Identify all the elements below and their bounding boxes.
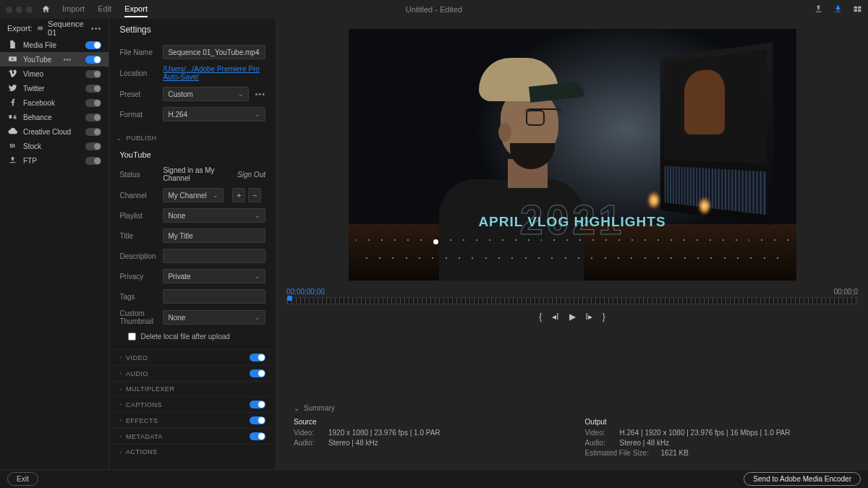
- share-icon[interactable]: [814, 4, 823, 15]
- destinations-panel: Export: Sequence 01 ••• Media FileYouTub…: [0, 19, 109, 469]
- accordion-toggle[interactable]: [250, 401, 265, 408]
- destination-toggle[interactable]: [85, 56, 101, 64]
- timecode-right: 00;00;0: [834, 288, 858, 296]
- destination-label: Creative Cloud: [23, 128, 71, 136]
- playlist-select[interactable]: None⌄: [163, 208, 265, 223]
- destination-toggle[interactable]: [85, 70, 101, 78]
- workspaces-icon[interactable]: [853, 4, 862, 15]
- channel-add-button[interactable]: +: [232, 188, 245, 202]
- step-back-icon[interactable]: ◂I: [552, 312, 558, 322]
- chevron-down-icon: ⌄: [294, 404, 299, 412]
- exit-button[interactable]: Exit: [7, 472, 38, 486]
- accordion-audio[interactable]: ›AUDIO: [109, 365, 276, 381]
- delete-local-checkbox[interactable]: Delete local file after upload: [109, 328, 276, 345]
- channel-label: Channel: [119, 192, 157, 200]
- destination-label: YouTube: [23, 56, 51, 64]
- destination-facebook[interactable]: Facebook: [0, 95, 109, 110]
- window-controls[interactable]: [6, 7, 33, 13]
- destination-toggle[interactable]: [85, 128, 101, 136]
- accordion-video[interactable]: ›VIDEO: [109, 349, 276, 365]
- timeline-scrubber[interactable]: [286, 297, 858, 304]
- description-label: Description: [119, 252, 157, 260]
- home-icon[interactable]: [41, 4, 51, 15]
- summary-source: Source Video:1920 x 1080 | 23.976 fps | …: [294, 418, 441, 459]
- send-to-encoder-button[interactable]: Send to Adobe Media Encoder: [744, 472, 861, 486]
- destination-toggle[interactable]: [85, 41, 101, 49]
- chevron-right-icon: ›: [119, 354, 122, 361]
- workspace-tabs: Import Edit Export: [62, 1, 148, 17]
- format-select[interactable]: H.264⌄: [163, 107, 265, 121]
- destination-toggle[interactable]: [85, 99, 101, 107]
- accordion-toggle[interactable]: [250, 416, 265, 424]
- destination-creative-cloud[interactable]: Creative Cloud: [0, 124, 109, 139]
- preset-select[interactable]: Custom⌄: [163, 87, 249, 101]
- privacy-label: Privacy: [119, 273, 157, 281]
- file-name-label: File Name: [119, 48, 157, 56]
- overlay-title: APRIL VLOG HIGHLIGHTS: [478, 214, 665, 230]
- privacy-select[interactable]: Private⌄: [163, 269, 265, 283]
- playlist-label: Playlist: [119, 212, 157, 220]
- tab-import[interactable]: Import: [62, 1, 85, 17]
- preview-panel: 2021 APRIL VLOG HIGHLIGHTS 00;00;00;00 0…: [276, 19, 868, 469]
- destination-label: Behance: [23, 114, 51, 121]
- destination-toggle[interactable]: [85, 142, 101, 150]
- chevron-right-icon: ›: [119, 401, 122, 408]
- thumbnail-select[interactable]: None⌄: [163, 310, 265, 325]
- channel-remove-button[interactable]: −: [248, 188, 261, 202]
- preset-options-icon[interactable]: •••: [255, 90, 265, 98]
- destination-toggle[interactable]: [85, 85, 101, 93]
- tags-label: Tags: [119, 293, 157, 301]
- facebook-icon: [7, 98, 17, 108]
- go-to-out-icon[interactable]: }: [603, 312, 605, 322]
- destination-toggle[interactable]: [85, 157, 101, 165]
- summary-toggle[interactable]: ⌄ Summary: [294, 404, 851, 412]
- top-bar: Import Edit Export Untitled - Edited: [0, 0, 868, 19]
- description-input[interactable]: [163, 249, 265, 263]
- destination-vimeo[interactable]: Vimeo: [0, 67, 109, 81]
- export-options-icon[interactable]: •••: [91, 24, 102, 33]
- status-value: Signed in as My Channel: [163, 166, 231, 182]
- destination-label: Stock: [23, 142, 41, 150]
- destination-stock[interactable]: StStock: [0, 139, 109, 153]
- channel-select[interactable]: My Channel⌄: [163, 188, 224, 202]
- chevron-right-icon: ›: [119, 386, 122, 393]
- destination-toggle[interactable]: [85, 114, 101, 121]
- accordion-captions[interactable]: ›CAPTIONS: [109, 396, 276, 412]
- destination-label: FTP: [23, 157, 37, 165]
- destination-twitter[interactable]: Twitter: [0, 81, 109, 95]
- title-input[interactable]: [163, 228, 265, 243]
- sign-out-link[interactable]: Sign Out: [237, 171, 265, 179]
- destination-media-file[interactable]: Media File: [0, 38, 109, 52]
- accordion-toggle[interactable]: [250, 369, 265, 377]
- destination-behance[interactable]: Behance: [0, 110, 109, 124]
- file-name-input[interactable]: [163, 45, 265, 59]
- publish-section-header[interactable]: ⌄ PUBLISH: [109, 130, 276, 146]
- chevron-right-icon: ›: [119, 370, 122, 377]
- destination-options-icon[interactable]: •••: [64, 56, 72, 64]
- tab-export[interactable]: Export: [124, 1, 148, 17]
- step-forward-icon[interactable]: I▸: [586, 312, 592, 322]
- accordion-toggle[interactable]: [250, 354, 265, 361]
- destination-youtube[interactable]: YouTube•••: [0, 52, 109, 67]
- location-link[interactable]: /Users/.../Adobe Premiere Pro Auto-Save/: [163, 65, 265, 81]
- tags-input[interactable]: [163, 289, 265, 304]
- accordion-actions[interactable]: ›ACTIONS: [109, 444, 276, 459]
- export-label: Export: Sequence 01: [7, 20, 91, 37]
- chevron-right-icon: ›: [119, 449, 122, 455]
- accordion-metadata[interactable]: ›METADATA: [109, 428, 276, 444]
- accordion-toggle[interactable]: [250, 432, 265, 440]
- playhead-icon[interactable]: [287, 296, 292, 301]
- preset-label: Preset: [119, 90, 157, 98]
- tab-edit[interactable]: Edit: [98, 1, 111, 17]
- accordion-effects[interactable]: ›EFFECTS: [109, 412, 276, 428]
- go-to-in-icon[interactable]: {: [539, 312, 542, 322]
- accordion-multiplexer[interactable]: ›MULTIPLEXER: [109, 381, 276, 396]
- video-preview[interactable]: 2021 APRIL VLOG HIGHLIGHTS: [349, 29, 796, 281]
- ftp-icon: [7, 155, 17, 166]
- settings-title: Settings: [109, 25, 276, 42]
- quick-export-icon[interactable]: [833, 4, 843, 15]
- destination-label: Twitter: [23, 85, 44, 93]
- play-icon[interactable]: ▶: [569, 312, 576, 322]
- destination-label: Media File: [23, 41, 56, 49]
- destination-ftp[interactable]: FTP: [0, 153, 109, 168]
